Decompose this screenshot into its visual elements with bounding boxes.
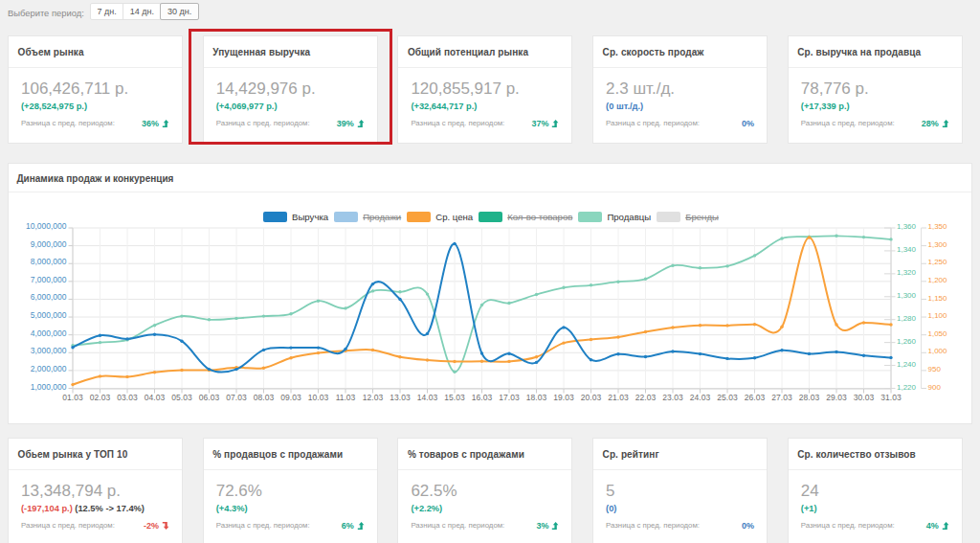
svg-text:7,000,000: 7,000,000 — [31, 275, 67, 284]
svg-text:1,220: 1,220 — [897, 383, 917, 392]
svg-text:27.03: 27.03 — [771, 393, 792, 402]
svg-text:3,000,000: 3,000,000 — [31, 346, 67, 355]
svg-text:1,350: 1,350 — [928, 222, 948, 231]
svg-text:18.03: 18.03 — [526, 393, 547, 402]
svg-text:1,150: 1,150 — [928, 294, 948, 303]
svg-text:28.03: 28.03 — [799, 393, 820, 402]
svg-text:02.03: 02.03 — [90, 393, 111, 402]
svg-text:16.03: 16.03 — [472, 393, 493, 402]
svg-text:11.03: 11.03 — [336, 393, 356, 402]
svg-text:30.03: 30.03 — [854, 393, 875, 402]
svg-text:1,280: 1,280 — [897, 314, 917, 323]
svg-text:950: 950 — [928, 365, 942, 373]
svg-text:09.03: 09.03 — [280, 393, 301, 402]
svg-text:19.03: 19.03 — [553, 393, 574, 402]
svg-text:29.03: 29.03 — [826, 393, 847, 402]
svg-text:5,000,000: 5,000,000 — [31, 310, 67, 320]
svg-text:1,000,000: 1,000,000 — [31, 382, 67, 392]
svg-text:1,200: 1,200 — [928, 276, 948, 284]
svg-text:23.03: 23.03 — [662, 393, 683, 402]
svg-text:20.03: 20.03 — [581, 393, 602, 402]
svg-text:1,360: 1,360 — [897, 222, 917, 231]
svg-text:2,000,000: 2,000,000 — [31, 364, 67, 373]
svg-text:900: 900 — [928, 383, 942, 392]
svg-text:1,260: 1,260 — [897, 337, 917, 346]
svg-text:12.03: 12.03 — [363, 393, 384, 402]
svg-text:1,300: 1,300 — [928, 240, 948, 249]
svg-text:1,250: 1,250 — [928, 258, 948, 266]
svg-text:07.03: 07.03 — [226, 393, 247, 402]
svg-text:6,000,000: 6,000,000 — [31, 292, 67, 302]
svg-text:31.03: 31.03 — [880, 393, 902, 402]
svg-text:25.03: 25.03 — [717, 393, 738, 402]
svg-text:13.03: 13.03 — [390, 393, 411, 402]
svg-text:08.03: 08.03 — [254, 393, 275, 402]
svg-text:15.03: 15.03 — [444, 393, 465, 402]
svg-text:21.03: 21.03 — [608, 393, 629, 402]
svg-text:9,000,000: 9,000,000 — [31, 239, 67, 249]
svg-text:4,000,000: 4,000,000 — [31, 328, 67, 338]
svg-text:8,000,000: 8,000,000 — [31, 257, 67, 266]
svg-text:03.03: 03.03 — [117, 393, 138, 402]
svg-text:1,000: 1,000 — [928, 347, 948, 355]
svg-text:1,240: 1,240 — [897, 360, 917, 369]
svg-text:01.03: 01.03 — [62, 393, 83, 402]
svg-text:04.03: 04.03 — [145, 393, 166, 402]
svg-text:10,000,000: 10,000,000 — [26, 221, 67, 231]
svg-text:1,340: 1,340 — [897, 245, 917, 254]
svg-text:26.03: 26.03 — [745, 393, 766, 402]
svg-text:05.03: 05.03 — [171, 393, 192, 402]
svg-text:1,300: 1,300 — [897, 291, 917, 300]
svg-text:06.03: 06.03 — [199, 393, 220, 402]
svg-text:22.03: 22.03 — [635, 393, 657, 402]
svg-text:14.03: 14.03 — [417, 393, 438, 402]
svg-text:17.03: 17.03 — [499, 393, 520, 402]
svg-text:1,100: 1,100 — [928, 311, 948, 320]
svg-text:10.03: 10.03 — [308, 393, 329, 402]
svg-text:1,320: 1,320 — [897, 268, 917, 277]
svg-text:1,050: 1,050 — [928, 329, 948, 338]
svg-text:24.03: 24.03 — [690, 393, 711, 402]
